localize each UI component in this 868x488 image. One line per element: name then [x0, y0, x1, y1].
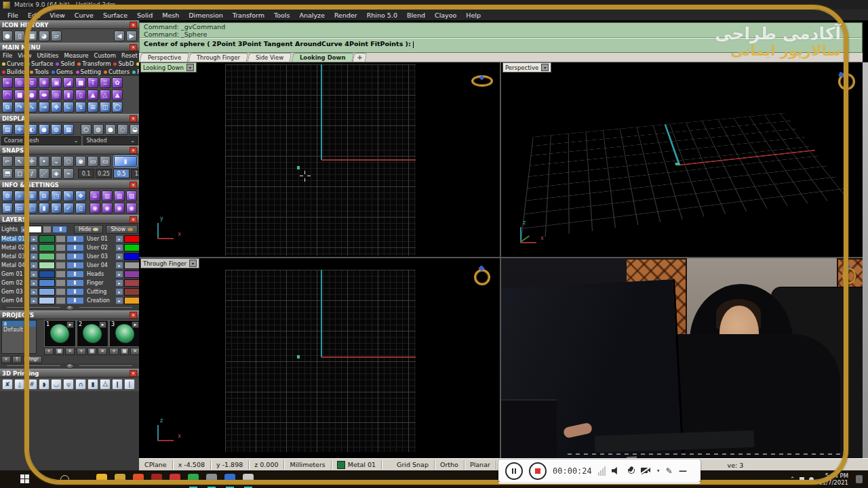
- viewport-scrollbar[interactable]: [863, 62, 868, 458]
- settings-icon[interactable]: ⧈: [26, 190, 37, 201]
- settings-icon[interactable]: ✎: [63, 190, 74, 201]
- thumb-add-button[interactable]: +: [77, 348, 86, 355]
- taskbar-app-icon[interactable]: [188, 474, 199, 485]
- layer-lock-toggle[interactable]: [56, 253, 66, 260]
- taskbar-app-icon[interactable]: [133, 474, 144, 485]
- toolbar-icon[interactable]: ∟: [63, 102, 74, 113]
- layer-visibility-toggle[interactable]: [66, 288, 84, 296]
- printing-tool-icon[interactable]: ✘: [2, 379, 13, 390]
- video-timeline[interactable]: [568, 453, 852, 455]
- menu-item[interactable]: Help: [461, 11, 486, 20]
- chevron-down-icon[interactable]: ▾: [657, 468, 660, 474]
- layer-row[interactable]: Finger ▸: [87, 279, 140, 287]
- layer-visibility-toggle[interactable]: [66, 279, 84, 287]
- menu-item[interactable]: Edit: [23, 11, 45, 20]
- snap-toggle-icon[interactable]: ⌄: [51, 156, 62, 167]
- snap-toggle-icon[interactable]: ◻: [14, 168, 25, 179]
- presenter-video[interactable]: [501, 258, 863, 458]
- layer-row[interactable]: Gem 03 ▸: [1, 287, 84, 296]
- settings-icon[interactable]: ▤: [2, 203, 13, 214]
- layer-expand-button[interactable]: ▸: [115, 253, 123, 260]
- history-icon[interactable]: ●: [2, 30, 13, 41]
- layer-visibility-toggle[interactable]: [52, 226, 67, 233]
- viewport-tab[interactable]: Side View: [248, 53, 292, 62]
- layer-lock-toggle[interactable]: [56, 235, 66, 243]
- viewport-tab[interactable]: Through Finger: [189, 53, 249, 62]
- layer-expand-button[interactable]: ▸: [30, 253, 38, 260]
- grid-snap-value-button[interactable]: 0.5: [113, 169, 130, 178]
- toolbar-icon[interactable]: ▮: [63, 89, 74, 100]
- toolbar-icon[interactable]: ♖: [100, 77, 111, 88]
- display-mode-icon[interactable]: ✛: [14, 124, 25, 135]
- layer-expand-button[interactable]: ▸: [30, 279, 38, 287]
- chevron-down-icon[interactable]: ▾: [189, 260, 197, 267]
- category-tab[interactable]: Solid: [56, 60, 75, 67]
- printing-tool-icon[interactable]: ⍦: [63, 379, 74, 390]
- toolbar-icon[interactable]: ◎: [14, 77, 25, 88]
- layer-row[interactable]: Metal 01 ▸: [1, 235, 84, 243]
- thumb-delete-button[interactable]: ✕: [98, 348, 107, 355]
- render-mode-icon[interactable]: ○: [81, 124, 92, 135]
- render-mode-icon[interactable]: ◍: [93, 124, 104, 135]
- toolbar-icon[interactable]: ◫: [100, 102, 111, 113]
- printing-tool-icon[interactable]: #: [26, 379, 37, 390]
- toolbar-icon[interactable]: ▯: [75, 89, 86, 100]
- settings-icon[interactable]: 🕭: [90, 190, 100, 201]
- close-icon[interactable]: ✕: [130, 115, 137, 122]
- grid-snap-value-button[interactable]: 0.25: [96, 169, 112, 178]
- layer-visibility-toggle[interactable]: [66, 244, 84, 251]
- category-tab[interactable]: Cutters: [104, 68, 130, 75]
- viewport-label-perspective[interactable]: Perspective▾: [502, 62, 551, 73]
- history-icon[interactable]: ▱: [51, 30, 62, 41]
- hide-button[interactable]: Hide: [74, 225, 103, 234]
- layer-color-swatch[interactable]: [124, 253, 140, 260]
- render-mode-icon[interactable]: ◌: [117, 124, 128, 135]
- main-menu-tab[interactable]: View: [18, 52, 31, 59]
- taskbar-app-icon[interactable]: [151, 474, 162, 485]
- category-tab[interactable]: Curve: [2, 60, 24, 67]
- layer-color-swatch[interactable]: [28, 226, 42, 233]
- menu-item[interactable]: File: [3, 11, 23, 20]
- snap-toggle-icon[interactable]: ∕: [26, 168, 37, 179]
- layer-lock-toggle[interactable]: [56, 297, 66, 304]
- forward-arrow-icon[interactable]: ▶: [126, 30, 137, 41]
- grid-snap-value-button[interactable]: 0.1: [78, 169, 94, 178]
- snap-toggle-icon[interactable]: ⬒: [2, 168, 13, 179]
- settings-icon[interactable]: ⧖: [51, 203, 62, 214]
- add-viewport-tab[interactable]: ✛: [353, 53, 368, 62]
- layer-color-swatch[interactable]: [39, 297, 55, 304]
- thumb-save-button[interactable]: ▦: [55, 348, 64, 355]
- cplane-grid-bottom[interactable]: [225, 270, 416, 452]
- cplane-grid-top[interactable]: [225, 64, 416, 256]
- settings-icon[interactable]: ▯: [75, 203, 86, 214]
- toolbar-icon[interactable]: ■: [75, 77, 86, 88]
- layer-expand-button[interactable]: ▸: [30, 297, 38, 304]
- display-mode-icon[interactable]: ▤: [2, 124, 13, 135]
- tray-expand-icon[interactable]: ⌃: [790, 476, 795, 483]
- menu-item[interactable]: Solid: [132, 11, 157, 20]
- chevron-down-icon[interactable]: ▾: [186, 64, 194, 71]
- toolbar-icon[interactable]: ⧉: [2, 102, 13, 113]
- minimize-icon[interactable]: —: [679, 467, 687, 475]
- layer-row[interactable]: Metal 03 ▸: [1, 252, 84, 260]
- reset-button[interactable]: Reset: [121, 52, 138, 59]
- history-icon[interactable]: ◕: [39, 30, 50, 41]
- layer-color-swatch[interactable]: [39, 288, 55, 296]
- mesh-quality-dropdown[interactable]: Coarse Mesh⌄: [1, 136, 81, 145]
- thumbnail-play-icon[interactable]: ▸: [132, 321, 139, 328]
- settings-icon[interactable]: ▮: [39, 203, 50, 214]
- settings-icon[interactable]: ⧉: [39, 190, 50, 201]
- printing-tool-icon[interactable]: ⧊: [100, 379, 111, 390]
- viewport-tab[interactable]: Perspective: [140, 53, 190, 62]
- category-tab[interactable]: Builder: [2, 68, 27, 75]
- layer-color-swatch[interactable]: [124, 235, 140, 243]
- category-tab[interactable]: SubD: [113, 60, 134, 67]
- pause-button[interactable]: [505, 462, 523, 480]
- layer-row[interactable]: User 03 ▸: [87, 252, 140, 260]
- snap-master-toggle[interactable]: ▮: [114, 156, 137, 167]
- chevron-down-icon[interactable]: ▾: [541, 64, 549, 71]
- layer-expand-button[interactable]: ▸: [20, 226, 27, 233]
- panel-header-3d-printing[interactable]: 3D Printing ✕: [0, 369, 139, 378]
- ring-style-icon[interactable]: ◉: [126, 203, 137, 214]
- printing-tool-icon[interactable]: ▮: [87, 379, 98, 390]
